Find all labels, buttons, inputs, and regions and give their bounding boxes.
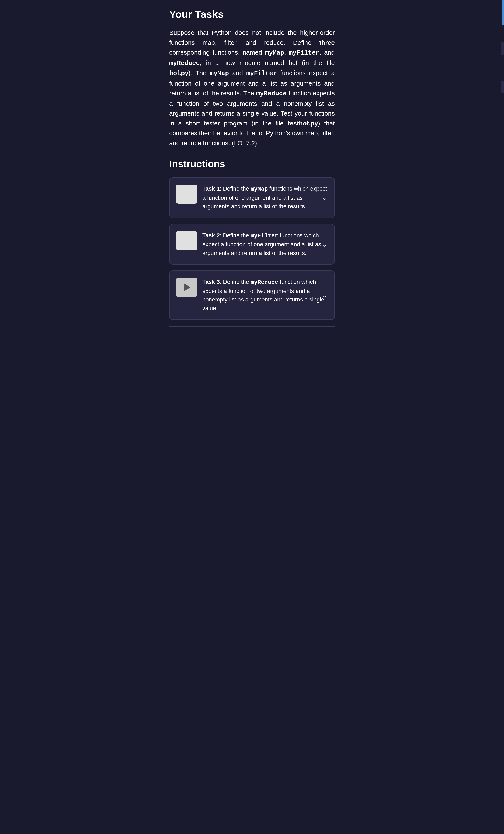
task-2-label: Task 2 (202, 232, 220, 239)
task-description: Suppose that Python does not include the… (169, 28, 335, 148)
bottom-divider (169, 326, 335, 327)
task-1-thumbnail (176, 184, 197, 204)
play-icon (184, 283, 190, 291)
task-card-2[interactable]: Task 2: Define the myFilter functions wh… (169, 224, 335, 265)
task-3-content: Task 3: Define the myReduce function whi… (202, 278, 328, 312)
page-title: Your Tasks (169, 8, 335, 20)
task-1-label: Task 1 (202, 185, 220, 192)
task-3-text: : Define the myReduce function which exp… (202, 279, 324, 311)
task-3-thumbnail (176, 278, 197, 297)
task-3-expand-button[interactable]: ⌄ (320, 289, 329, 301)
task-1-content: Task 1: Define the myMap functions which… (202, 184, 328, 211)
task-card-1[interactable]: Task 1: Define the myMap functions which… (169, 177, 335, 218)
task-2-content: Task 2: Define the myFilter functions wh… (202, 231, 328, 258)
task-1-text: : Define the myMap functions which expec… (202, 185, 327, 210)
task-1-expand-button[interactable]: ⌄ (320, 192, 329, 203)
instructions-title: Instructions (169, 158, 335, 170)
task-3-label: Task 3 (202, 279, 220, 285)
task-2-expand-button[interactable]: ⌄ (320, 238, 329, 250)
task-card-3[interactable]: Task 3: Define the myReduce function whi… (169, 270, 335, 320)
task-2-thumbnail (176, 231, 197, 250)
task-2-text: : Define the myFilter functions which ex… (202, 232, 321, 256)
